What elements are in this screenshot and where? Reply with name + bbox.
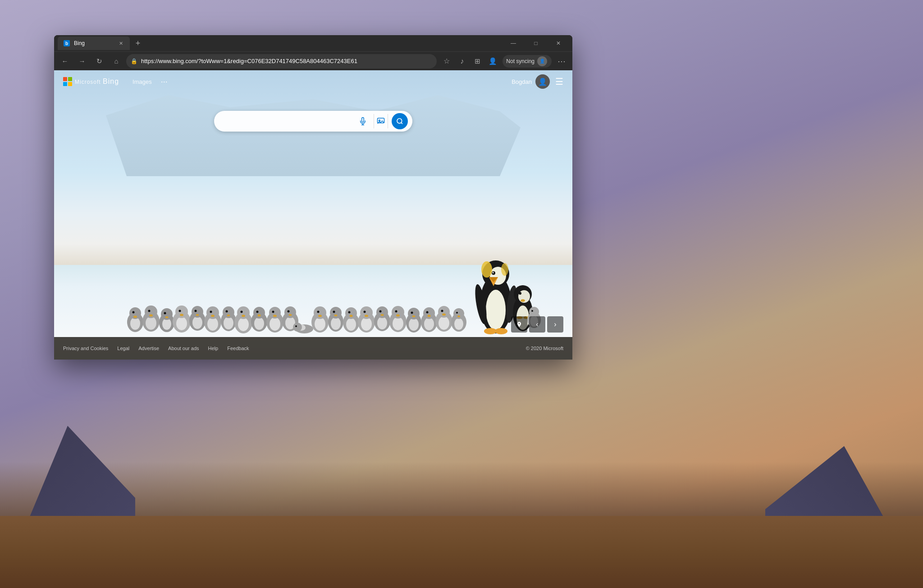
bing-user-avatar: 👤 bbox=[535, 74, 550, 89]
bing-logo-text: Microsoft Bing bbox=[75, 77, 119, 86]
svg-point-87 bbox=[395, 310, 398, 313]
svg-point-90 bbox=[409, 318, 419, 331]
svg-point-102 bbox=[441, 310, 443, 312]
nav-more-button[interactable]: ··· bbox=[161, 77, 168, 87]
active-tab[interactable]: b Bing ✕ bbox=[58, 36, 130, 50]
footer-copyright: © 2020 Microsoft bbox=[526, 346, 563, 351]
not-syncing-label: Not syncing bbox=[506, 58, 535, 64]
footer-legal[interactable]: Legal bbox=[117, 346, 129, 351]
svg-point-6 bbox=[146, 316, 156, 330]
svg-point-63 bbox=[318, 315, 322, 317]
footer-feedback[interactable]: Feedback bbox=[227, 346, 249, 351]
close-button[interactable]: ✕ bbox=[548, 36, 569, 50]
search-button[interactable] bbox=[392, 113, 408, 129]
minimize-button[interactable]: — bbox=[503, 36, 524, 50]
webpage-content: Microsoft Bing Images ··· Bogdan 👤 ☰ bbox=[54, 70, 572, 360]
next-image-button[interactable]: › bbox=[547, 316, 563, 333]
svg-point-46 bbox=[270, 317, 280, 331]
penguin-group bbox=[54, 234, 572, 338]
svg-point-119 bbox=[484, 328, 497, 334]
search-box[interactable] bbox=[214, 111, 412, 132]
svg-point-62 bbox=[317, 311, 320, 313]
footer-privacy[interactable]: Privacy and Cookies bbox=[63, 346, 108, 351]
svg-point-85 bbox=[393, 317, 403, 330]
footer-advertise[interactable]: Advertise bbox=[138, 346, 159, 351]
forward-button[interactable]: → bbox=[75, 54, 89, 68]
svg-point-98 bbox=[428, 315, 431, 317]
svg-point-105 bbox=[454, 318, 463, 330]
svg-point-72 bbox=[348, 311, 351, 314]
svg-point-132 bbox=[531, 310, 533, 312]
svg-point-68 bbox=[334, 315, 338, 316]
maximize-button[interactable]: □ bbox=[525, 36, 546, 50]
svg-point-77 bbox=[364, 311, 366, 313]
svg-point-49 bbox=[273, 315, 277, 317]
read-aloud-button[interactable]: ♪ bbox=[455, 54, 469, 68]
browser-window: b Bing ✕ + — □ ✕ ← → ↻ ⌂ 🔒 https://www.b… bbox=[54, 35, 572, 360]
location-button[interactable] bbox=[511, 316, 527, 333]
svg-point-44 bbox=[258, 315, 261, 317]
svg-point-29 bbox=[211, 315, 215, 317]
svg-point-9 bbox=[149, 315, 153, 317]
svg-point-3 bbox=[133, 311, 135, 314]
svg-point-18 bbox=[179, 310, 181, 312]
svg-point-60 bbox=[315, 317, 325, 331]
nav-images[interactable]: Images bbox=[133, 78, 152, 85]
svg-point-38 bbox=[241, 311, 243, 313]
square-blue bbox=[63, 82, 67, 86]
tab-close-button[interactable]: ✕ bbox=[117, 40, 124, 47]
microphone-button[interactable] bbox=[356, 114, 370, 128]
prev-image-button[interactable]: ‹ bbox=[529, 316, 545, 333]
bing-menu-button[interactable]: ☰ bbox=[555, 76, 563, 87]
svg-point-13 bbox=[164, 312, 166, 315]
svg-point-108 bbox=[457, 315, 460, 317]
svg-point-67 bbox=[333, 311, 335, 313]
search-input[interactable] bbox=[221, 118, 352, 125]
svg-point-114 bbox=[493, 272, 494, 273]
svg-point-93 bbox=[412, 315, 416, 317]
svg-point-92 bbox=[411, 312, 413, 314]
footer-help[interactable]: Help bbox=[208, 346, 219, 351]
svg-point-34 bbox=[227, 315, 230, 316]
footer-about-ads[interactable]: About our ads bbox=[168, 346, 199, 351]
favorite-button[interactable]: ☆ bbox=[439, 54, 454, 68]
svg-point-21 bbox=[192, 316, 202, 329]
refresh-button[interactable]: ↻ bbox=[92, 54, 106, 68]
glacier-background bbox=[106, 95, 521, 176]
svg-point-126 bbox=[521, 299, 525, 302]
svg-point-110 bbox=[486, 290, 506, 330]
not-syncing-button[interactable]: Not syncing 👤 bbox=[503, 55, 552, 68]
svg-point-58 bbox=[295, 325, 297, 327]
tab-area: b Bing ✕ + bbox=[58, 35, 503, 51]
svg-point-115 bbox=[481, 261, 492, 278]
svg-point-136 bbox=[379, 120, 380, 121]
profile-button[interactable]: 👤 bbox=[485, 54, 500, 68]
svg-point-23 bbox=[195, 310, 197, 312]
new-tab-button[interactable]: + bbox=[132, 37, 144, 50]
bing-logo[interactable]: Microsoft Bing bbox=[63, 77, 119, 86]
bing-user[interactable]: Bogdan 👤 bbox=[512, 74, 550, 89]
collections-button[interactable]: ⊞ bbox=[470, 54, 484, 68]
svg-point-8 bbox=[148, 310, 151, 312]
svg-point-137 bbox=[397, 119, 402, 123]
svg-point-39 bbox=[242, 315, 245, 317]
svg-point-100 bbox=[439, 316, 449, 330]
svg-point-57 bbox=[293, 323, 302, 332]
svg-point-48 bbox=[272, 311, 274, 313]
bing-header: Microsoft Bing Images ··· Bogdan 👤 ☰ bbox=[54, 70, 572, 93]
more-button[interactable]: ⋯ bbox=[554, 54, 569, 68]
svg-point-76 bbox=[360, 306, 373, 319]
svg-point-91 bbox=[408, 308, 420, 319]
svg-point-107 bbox=[456, 312, 458, 314]
home-button[interactable]: ⌂ bbox=[109, 54, 123, 68]
svg-point-70 bbox=[346, 318, 356, 331]
svg-point-24 bbox=[196, 314, 199, 316]
visual-search-button[interactable] bbox=[374, 114, 388, 128]
svg-point-106 bbox=[453, 308, 464, 319]
square-green bbox=[68, 77, 72, 81]
address-bar[interactable]: 🔒 https://www.bing.com/?toWww=1&redig=C0… bbox=[126, 54, 437, 68]
back-button[interactable]: ← bbox=[58, 54, 72, 68]
svg-point-17 bbox=[175, 305, 188, 318]
bing-nav: Images ··· bbox=[133, 77, 168, 87]
svg-point-16 bbox=[176, 317, 187, 330]
